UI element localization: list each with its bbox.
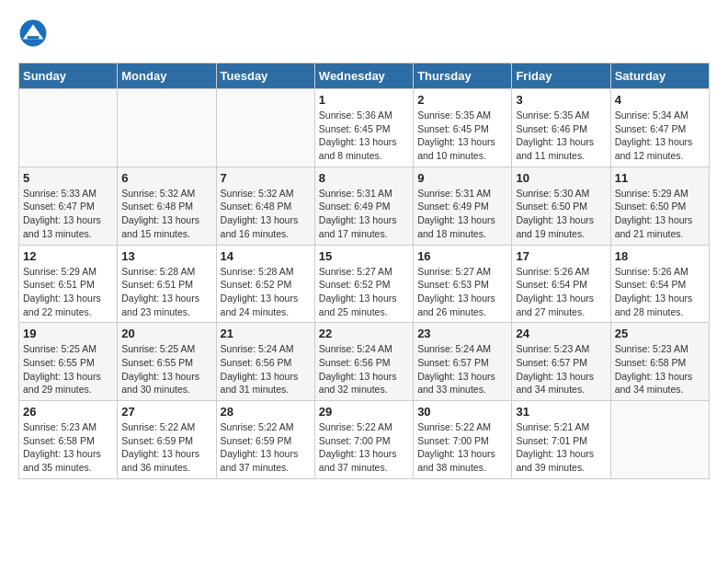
weekday-header-sunday: Sunday (19, 63, 118, 89)
calendar-table: SundayMondayTuesdayWednesdayThursdayFrid… (18, 63, 710, 479)
day-info: Sunrise: 5:31 AM Sunset: 6:49 PM Dayligh… (417, 187, 507, 241)
calendar-cell: 29Sunrise: 5:22 AM Sunset: 7:00 PM Dayli… (314, 401, 413, 479)
day-info: Sunrise: 5:24 AM Sunset: 6:56 PM Dayligh… (221, 342, 311, 396)
calendar-cell (610, 401, 709, 479)
day-info: Sunrise: 5:32 AM Sunset: 6:48 PM Dayligh… (121, 187, 211, 241)
weekday-header-wednesday: Wednesday (314, 63, 413, 89)
calendar-cell: 30Sunrise: 5:22 AM Sunset: 7:00 PM Dayli… (414, 401, 512, 479)
calendar-cell: 24Sunrise: 5:23 AM Sunset: 6:57 PM Dayli… (512, 323, 610, 401)
calendar-cell: 17Sunrise: 5:26 AM Sunset: 6:54 PM Dayli… (512, 245, 610, 323)
day-number: 20 (121, 327, 211, 340)
day-info: Sunrise: 5:22 AM Sunset: 7:00 PM Dayligh… (417, 420, 507, 475)
day-info: Sunrise: 5:29 AM Sunset: 6:50 PM Dayligh… (615, 187, 705, 241)
calendar-cell: 14Sunrise: 5:28 AM Sunset: 6:52 PM Dayli… (216, 245, 314, 323)
day-number: 21 (221, 327, 311, 340)
day-number: 6 (121, 171, 211, 185)
day-number: 7 (221, 171, 311, 185)
day-number: 31 (516, 405, 606, 419)
calendar-cell: 6Sunrise: 5:32 AM Sunset: 6:48 PM Daylig… (118, 167, 216, 245)
day-number: 16 (417, 249, 507, 263)
day-info: Sunrise: 5:32 AM Sunset: 6:48 PM Dayligh… (221, 187, 311, 241)
calendar-cell: 11Sunrise: 5:29 AM Sunset: 6:50 PM Dayli… (610, 167, 709, 245)
day-info: Sunrise: 5:22 AM Sunset: 7:00 PM Dayligh… (319, 420, 409, 475)
weekday-header-tuesday: Tuesday (216, 63, 314, 89)
calendar-cell: 19Sunrise: 5:25 AM Sunset: 6:55 PM Dayli… (19, 323, 118, 401)
day-info: Sunrise: 5:28 AM Sunset: 6:51 PM Dayligh… (121, 265, 211, 319)
day-info: Sunrise: 5:21 AM Sunset: 7:01 PM Dayligh… (516, 420, 606, 475)
day-number: 1 (319, 93, 409, 107)
day-info: Sunrise: 5:36 AM Sunset: 6:45 PM Dayligh… (319, 109, 409, 163)
weekday-header-friday: Friday (512, 63, 610, 89)
day-number: 29 (319, 405, 409, 419)
day-number: 17 (516, 249, 606, 263)
day-number: 2 (417, 93, 507, 107)
day-info: Sunrise: 5:26 AM Sunset: 6:54 PM Dayligh… (615, 265, 705, 319)
calendar-cell: 20Sunrise: 5:25 AM Sunset: 6:55 PM Dayli… (118, 323, 216, 401)
calendar-cell: 25Sunrise: 5:23 AM Sunset: 6:58 PM Dayli… (610, 323, 709, 401)
calendar-cell: 4Sunrise: 5:34 AM Sunset: 6:47 PM Daylig… (610, 89, 709, 167)
weekday-header-thursday: Thursday (414, 63, 512, 89)
calendar-cell: 12Sunrise: 5:29 AM Sunset: 6:51 PM Dayli… (19, 245, 118, 323)
day-number: 10 (516, 171, 606, 185)
day-number: 12 (23, 249, 113, 263)
day-info: Sunrise: 5:35 AM Sunset: 6:45 PM Dayligh… (417, 109, 507, 163)
weekday-row: SundayMondayTuesdayWednesdayThursdayFrid… (19, 63, 710, 89)
calendar-cell (216, 89, 314, 167)
day-number: 24 (516, 327, 606, 340)
calendar-cell: 5Sunrise: 5:33 AM Sunset: 6:47 PM Daylig… (19, 167, 118, 245)
calendar-cell: 3Sunrise: 5:35 AM Sunset: 6:46 PM Daylig… (512, 89, 610, 167)
day-number: 8 (319, 171, 409, 185)
day-number: 11 (615, 171, 705, 185)
calendar-cell: 9Sunrise: 5:31 AM Sunset: 6:49 PM Daylig… (414, 167, 512, 245)
logo (18, 18, 53, 48)
calendar-cell (19, 89, 118, 167)
day-number: 13 (121, 249, 211, 263)
day-number: 28 (221, 405, 311, 419)
calendar-cell (118, 89, 216, 167)
week-row-2: 5Sunrise: 5:33 AM Sunset: 6:47 PM Daylig… (19, 167, 710, 245)
day-number: 27 (121, 405, 211, 419)
day-info: Sunrise: 5:24 AM Sunset: 6:56 PM Dayligh… (319, 342, 409, 396)
calendar-cell: 16Sunrise: 5:27 AM Sunset: 6:53 PM Dayli… (414, 245, 512, 323)
calendar-cell: 31Sunrise: 5:21 AM Sunset: 7:01 PM Dayli… (512, 401, 610, 479)
week-row-5: 26Sunrise: 5:23 AM Sunset: 6:58 PM Dayli… (19, 401, 710, 479)
calendar-cell: 10Sunrise: 5:30 AM Sunset: 6:50 PM Dayli… (512, 167, 610, 245)
day-number: 23 (417, 327, 507, 340)
page-header (18, 18, 710, 48)
day-info: Sunrise: 5:34 AM Sunset: 6:47 PM Dayligh… (615, 109, 705, 163)
week-row-1: 1Sunrise: 5:36 AM Sunset: 6:45 PM Daylig… (19, 89, 710, 167)
calendar-cell: 28Sunrise: 5:22 AM Sunset: 6:59 PM Dayli… (216, 401, 314, 479)
day-number: 4 (615, 93, 705, 107)
calendar-cell: 27Sunrise: 5:22 AM Sunset: 6:59 PM Dayli… (118, 401, 216, 479)
day-number: 14 (221, 249, 311, 263)
day-info: Sunrise: 5:23 AM Sunset: 6:58 PM Dayligh… (615, 342, 705, 396)
day-info: Sunrise: 5:33 AM Sunset: 6:47 PM Dayligh… (23, 187, 113, 241)
weekday-header-saturday: Saturday (610, 63, 709, 89)
day-number: 30 (417, 405, 507, 419)
day-info: Sunrise: 5:25 AM Sunset: 6:55 PM Dayligh… (121, 342, 211, 396)
day-info: Sunrise: 5:28 AM Sunset: 6:52 PM Dayligh… (221, 265, 311, 319)
week-row-4: 19Sunrise: 5:25 AM Sunset: 6:55 PM Dayli… (19, 323, 710, 401)
calendar-cell: 13Sunrise: 5:28 AM Sunset: 6:51 PM Dayli… (118, 245, 216, 323)
calendar-cell: 26Sunrise: 5:23 AM Sunset: 6:58 PM Dayli… (19, 401, 118, 479)
day-number: 26 (23, 405, 113, 419)
day-info: Sunrise: 5:22 AM Sunset: 6:59 PM Dayligh… (221, 420, 311, 475)
day-number: 15 (319, 249, 409, 263)
day-info: Sunrise: 5:22 AM Sunset: 6:59 PM Dayligh… (121, 420, 211, 475)
day-info: Sunrise: 5:23 AM Sunset: 6:57 PM Dayligh… (516, 342, 606, 396)
day-number: 18 (615, 249, 705, 263)
calendar-cell: 1Sunrise: 5:36 AM Sunset: 6:45 PM Daylig… (314, 89, 413, 167)
day-number: 22 (319, 327, 409, 340)
week-row-3: 12Sunrise: 5:29 AM Sunset: 6:51 PM Dayli… (19, 245, 710, 323)
calendar-cell: 8Sunrise: 5:31 AM Sunset: 6:49 PM Daylig… (314, 167, 413, 245)
day-number: 9 (417, 171, 507, 185)
calendar-cell: 21Sunrise: 5:24 AM Sunset: 6:56 PM Dayli… (216, 323, 314, 401)
calendar-header: SundayMondayTuesdayWednesdayThursdayFrid… (19, 63, 710, 89)
calendar-cell: 23Sunrise: 5:24 AM Sunset: 6:57 PM Dayli… (414, 323, 512, 401)
weekday-header-monday: Monday (118, 63, 216, 89)
day-number: 5 (23, 171, 113, 185)
day-number: 19 (23, 327, 113, 340)
day-info: Sunrise: 5:35 AM Sunset: 6:46 PM Dayligh… (516, 109, 606, 163)
day-info: Sunrise: 5:27 AM Sunset: 6:53 PM Dayligh… (417, 265, 507, 319)
day-info: Sunrise: 5:23 AM Sunset: 6:58 PM Dayligh… (23, 420, 113, 475)
